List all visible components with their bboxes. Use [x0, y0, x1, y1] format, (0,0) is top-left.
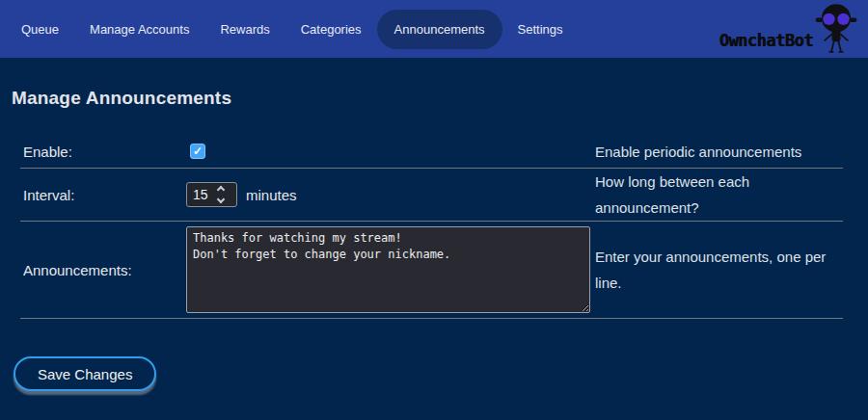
nav-item-manage-accounts[interactable]: Manage Accounts [74, 13, 204, 46]
nav-item-settings[interactable]: Settings [502, 13, 579, 46]
announcements-form: Enable: Enable periodic announcements In… [20, 135, 843, 319]
main-content: Manage Announcements Enable: Enable peri… [0, 88, 868, 391]
nav-item-rewards[interactable]: Rewards [204, 13, 285, 46]
announcements-label: Announcements: [20, 262, 186, 278]
form-row-interval: Interval: minutes How long between each … [20, 169, 843, 222]
spinner-down-icon[interactable] [217, 196, 225, 203]
page-title: Manage Announcements [12, 88, 858, 109]
enable-label: Enable: [20, 144, 186, 160]
logo-text: OwnchatBot [719, 31, 813, 50]
form-row-enable: Enable: Enable periodic announcements [20, 135, 843, 169]
interval-unit-label: minutes [246, 187, 297, 203]
robot-mascot-icon [814, 2, 858, 56]
interval-label: Interval: [20, 187, 186, 203]
interval-input[interactable] [193, 187, 216, 202]
nav-item-announcements[interactable]: Announcements [377, 10, 502, 49]
spinner-up-icon[interactable] [217, 186, 225, 194]
form-row-announcements: Announcements: Thanks for watching my st… [20, 222, 843, 319]
enable-checkbox[interactable] [190, 144, 205, 159]
top-navbar: Queue Manage Accounts Rewards Categories… [0, 0, 868, 58]
enable-help-text: Enable periodic announcements [595, 139, 843, 165]
announcements-help-text: Enter your announcements, one per line. [595, 244, 843, 296]
interval-help-text: How long between each announcement? [595, 169, 843, 221]
nav-item-queue[interactable]: Queue [6, 13, 74, 46]
save-changes-button[interactable]: Save Changes [14, 356, 156, 391]
interval-input-wrapper [186, 182, 237, 207]
announcements-textarea[interactable]: Thanks for watching my stream! Don't for… [186, 226, 590, 313]
number-spinner[interactable] [218, 187, 224, 202]
app-logo: OwnchatBot [719, 0, 858, 58]
nav-item-categories[interactable]: Categories [285, 13, 377, 46]
